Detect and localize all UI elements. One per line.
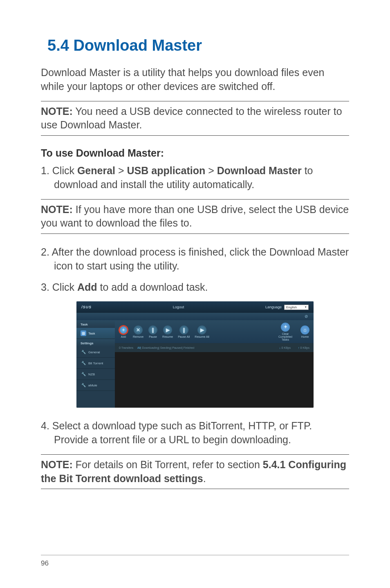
step-text: After the download process is finished, … [52, 246, 349, 272]
logout-link[interactable]: Logout [92, 305, 265, 309]
pause-button[interactable]: ‖ Pause [148, 325, 157, 338]
download-speed: 0 KBps [279, 346, 291, 349]
sidebar-item-label: General [88, 350, 100, 354]
button-label: Pause All [178, 335, 190, 338]
step-text: to add a download task. [97, 281, 208, 293]
asus-logo: /SUS [81, 305, 92, 309]
step-3: 3. Click Add to add a download task. [41, 281, 349, 294]
button-label: Add [121, 335, 126, 338]
app-body: Task ▦ Task Settings 🔧 General 🔧 Bit Tor… [76, 320, 314, 408]
path-sep: > [115, 165, 127, 176]
language-label: Language [265, 305, 282, 309]
filter-tabs[interactable]: All| Downloading| Seeding| Paused| Finis… [137, 346, 194, 349]
note-label: NOTE: [41, 204, 76, 215]
step-number: 3. [41, 281, 52, 293]
page-number: 96 [41, 555, 349, 568]
pause-all-button[interactable]: ‖ Pause All [178, 325, 190, 338]
step-4: 4. Select a download type such as BitTor… [41, 419, 349, 447]
step-number: 2. [41, 246, 52, 258]
sidebar-item-task[interactable]: ▦ Task [76, 328, 115, 339]
sidebar-item-amule[interactable]: 🔧 aMule [76, 380, 115, 391]
path-usb-app: USB application [127, 165, 206, 176]
close-icon: ✕ [134, 325, 143, 334]
button-label: Clear Completed Tasks [275, 332, 296, 341]
step-number: 1. [41, 165, 52, 176]
resume-all-button[interactable]: ▶ Resume All [195, 325, 209, 338]
resume-button[interactable]: ▶ Resume [162, 325, 173, 338]
howto-heading: To use Download Master: [41, 147, 349, 159]
sidebar-item-bittorrent[interactable]: 🔧 Bit Torrent [76, 358, 115, 369]
wrench-icon: 🔧 [81, 382, 86, 388]
note-usb-required: NOTE: You need a USB device connected to… [41, 101, 349, 136]
step-1: 1. Click General > USB application > Dow… [41, 164, 349, 192]
play-icon: ▶ [163, 325, 172, 334]
task-icon: ▦ [81, 330, 86, 336]
note-label: NOTE: [41, 105, 73, 117]
note-bittorrent-ref: NOTE: For details on Bit Torrent, refer … [41, 454, 349, 489]
upload-speed: 0 KBps [298, 346, 309, 349]
button-label: Home [301, 335, 309, 338]
button-label: Remove [133, 335, 143, 338]
note-label: NOTE: [41, 459, 76, 470]
home-button[interactable]: ⌂ Home [300, 325, 309, 338]
step-text: Click [52, 281, 77, 293]
wrench-icon: 🔧 [81, 360, 86, 366]
clear-completed-button[interactable]: ✦ Clear Completed Tasks [275, 323, 296, 341]
wrench-icon: 🔧 [81, 371, 86, 377]
step-2: 2. After the download process is finishe… [41, 245, 349, 273]
plus-icon: + [119, 325, 128, 334]
help-row: ⊘ [76, 313, 314, 320]
note-text: If you have more than one USB drive, sel… [41, 204, 349, 229]
sidebar-item-general[interactable]: 🔧 General [76, 347, 115, 358]
help-icon[interactable]: ⊘ [305, 314, 308, 319]
add-button[interactable]: + Add [119, 325, 128, 338]
step-number: 4. [41, 420, 52, 431]
transfers-count: 0 Transfers [119, 346, 133, 349]
toolbar: + Add ✕ Remove ‖ Pause ▶ Resume ‖ Paus [115, 320, 314, 343]
remove-button[interactable]: ✕ Remove [133, 325, 143, 338]
path-sep: > [205, 165, 217, 176]
language-selector[interactable]: Language English [265, 305, 309, 310]
sidebar-section-task: Task [76, 320, 115, 328]
note-text: . [203, 473, 206, 484]
language-dropdown[interactable]: English [284, 305, 309, 310]
step-text: Click [52, 165, 77, 176]
app-topbar: /SUS Logout Language English [76, 301, 314, 313]
pause-icon: ‖ [148, 325, 157, 334]
sidebar-item-label: Bit Torrent [88, 361, 103, 365]
note-text: You need a USB device connected to the w… [41, 105, 342, 131]
path-general: General [77, 165, 115, 176]
home-icon: ⌂ [300, 325, 309, 334]
wrench-icon: 🔧 [81, 349, 86, 355]
app-screenshot: /SUS Logout Language English ⊘ Task ▦ Ta… [76, 301, 314, 408]
sidebar-item-label: aMule [88, 384, 97, 387]
sidebar-item-nzb[interactable]: 🔧 NZB [76, 369, 115, 380]
play-all-icon: ▶ [197, 325, 206, 334]
sidebar: Task ▦ Task Settings 🔧 General 🔧 Bit Tor… [76, 320, 115, 408]
button-label: Pause [149, 335, 157, 338]
filter-all[interactable]: All [137, 346, 141, 349]
pause-all-icon: ‖ [179, 325, 188, 334]
filter-rest[interactable]: | Downloading| Seeding| Paused| Finished [141, 346, 194, 349]
note-multiple-usb: NOTE: If you have more than one USB driv… [41, 199, 349, 234]
button-label: Resume All [195, 335, 209, 338]
filter-bar: 0 Transfers All| Downloading| Seeding| P… [115, 343, 314, 352]
add-button-ref: Add [77, 281, 97, 293]
section-heading: 5.4 Download Master [47, 37, 349, 54]
speed-readout: 0 KBps 0 KBps [279, 346, 309, 349]
sparkle-icon: ✦ [281, 323, 290, 332]
sidebar-item-label: Task [88, 332, 95, 335]
path-download-master: Download Master [217, 165, 302, 176]
sidebar-section-settings: Settings [76, 339, 115, 347]
sidebar-item-label: NZB [88, 373, 95, 376]
main-panel: + Add ✕ Remove ‖ Pause ▶ Resume ‖ Paus [115, 320, 314, 408]
button-label: Resume [162, 335, 173, 338]
note-text: For details on Bit Torrent, refer to sec… [76, 459, 263, 470]
step-text: Select a download type such as BitTorren… [52, 420, 312, 445]
intro-paragraph: Download Master is a utility that helps … [41, 66, 349, 94]
